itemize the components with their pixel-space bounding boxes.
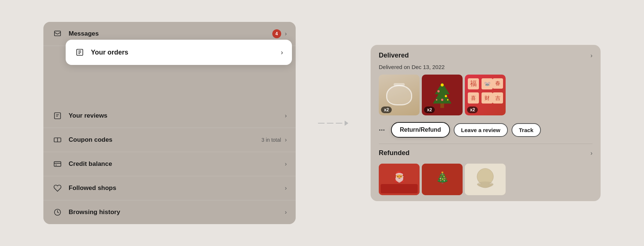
svg-point-33 bbox=[477, 181, 493, 187]
arrow-head bbox=[345, 121, 348, 126]
svg-text:财: 财 bbox=[484, 95, 490, 101]
sidebar-item-reviews[interactable]: Your reviews › bbox=[43, 104, 296, 128]
svg-text:🐭: 🐭 bbox=[484, 81, 491, 87]
main-container: Messages 4 › Your reviews › bbox=[0, 14, 644, 232]
reviews-chevron: › bbox=[285, 112, 287, 119]
credit-icon bbox=[52, 159, 63, 169]
coupons-label: Coupon codes bbox=[69, 136, 262, 144]
svg-rect-0 bbox=[55, 31, 61, 36]
delivered-chevron: › bbox=[591, 52, 592, 59]
sidebar-item-coupons[interactable]: Coupon codes 3 in total › bbox=[43, 128, 296, 152]
credit-chevron: › bbox=[285, 161, 287, 167]
delivered-title: Delivered bbox=[379, 52, 409, 59]
refunded-images: 🎅 🎄 bbox=[371, 160, 601, 201]
svg-text:春: 春 bbox=[495, 80, 500, 86]
svg-point-12 bbox=[436, 99, 437, 101]
orders-chevron: › bbox=[281, 49, 283, 56]
delivery-date: Delivered on Dec 13, 2022 bbox=[371, 64, 601, 75]
arrow-dash-2 bbox=[327, 123, 334, 124]
messages-badge: 4 bbox=[272, 29, 281, 38]
products-row: x2 x2 bbox=[371, 75, 601, 121]
history-label: Browsing history bbox=[69, 209, 285, 216]
arrow-dash-3 bbox=[336, 123, 342, 124]
product-qty-2: x2 bbox=[424, 106, 435, 113]
leave-review-button[interactable]: Leave a review bbox=[454, 123, 508, 137]
svg-point-13 bbox=[441, 83, 444, 86]
sidebar-item-history[interactable]: Browsing history › bbox=[43, 200, 296, 224]
right-panel: Delivered › Delivered on Dec 13, 2022 x2 bbox=[371, 45, 601, 201]
flow-arrow bbox=[318, 121, 348, 126]
refunded-img-3 bbox=[465, 164, 506, 195]
messages-icon bbox=[52, 29, 63, 39]
svg-rect-28 bbox=[381, 184, 418, 193]
more-options-button[interactable]: ··· bbox=[379, 126, 385, 134]
svg-point-8 bbox=[437, 90, 440, 92]
orders-label: Your orders bbox=[91, 49, 281, 56]
svg-point-10 bbox=[441, 99, 443, 101]
svg-rect-1 bbox=[55, 113, 61, 119]
shops-chevron: › bbox=[285, 185, 287, 191]
return-refund-button[interactable]: Return/Refund bbox=[391, 122, 450, 138]
reviews-icon bbox=[52, 111, 63, 121]
refunded-thumb-3 bbox=[465, 164, 506, 195]
product-qty-3: x2 bbox=[467, 106, 478, 113]
orders-card[interactable]: Your orders › bbox=[66, 40, 292, 65]
orders-icon bbox=[75, 47, 85, 58]
history-chevron: › bbox=[285, 209, 287, 216]
svg-text:🎅: 🎅 bbox=[393, 171, 406, 183]
svg-rect-7 bbox=[440, 104, 444, 108]
coupons-chevron: › bbox=[285, 137, 287, 143]
sidebar-item-shops[interactable]: Followed shops › bbox=[43, 176, 296, 200]
arrow-dash-1 bbox=[318, 123, 325, 124]
credit-label: Credit balance bbox=[69, 160, 285, 168]
coupons-subtext: 3 in total bbox=[262, 137, 281, 143]
refunded-chevron: › bbox=[591, 150, 592, 157]
product-thumb-3: 福 🐭 春 喜 财 吉 x2 bbox=[465, 75, 506, 115]
refunded-header[interactable]: Refunded › bbox=[371, 144, 601, 160]
shops-label: Followed shops bbox=[69, 184, 285, 192]
svg-text:吉: 吉 bbox=[495, 95, 500, 101]
messages-label: Messages bbox=[69, 30, 272, 37]
product-thumb-2: x2 bbox=[422, 75, 463, 115]
sidebar-item-credit[interactable]: Credit balance › bbox=[43, 152, 296, 176]
messages-chevron: › bbox=[285, 30, 287, 37]
glass-bowl-image bbox=[386, 85, 412, 105]
svg-text:🎄: 🎄 bbox=[436, 171, 450, 184]
reviews-label: Your reviews bbox=[69, 112, 285, 119]
shops-icon bbox=[52, 183, 63, 193]
product-qty-1: x2 bbox=[381, 106, 392, 113]
svg-point-11 bbox=[447, 99, 448, 101]
menu-items-below: Your reviews › Coupon codes 3 in total ›… bbox=[43, 104, 296, 224]
coupons-icon bbox=[52, 135, 63, 145]
delivered-header[interactable]: Delivered › bbox=[371, 45, 601, 64]
left-panel: Messages 4 › Your reviews › bbox=[43, 22, 296, 224]
refunded-img-1: 🎅 bbox=[379, 164, 420, 195]
history-icon bbox=[52, 207, 63, 217]
xmas-tree-svg bbox=[429, 79, 455, 111]
refunded-title: Refunded bbox=[379, 149, 410, 157]
refunded-thumb-1: 🎅 bbox=[379, 164, 420, 195]
actions-row: ··· Return/Refund Leave a review Track bbox=[371, 121, 601, 144]
refunded-thumb-2: 🎄 bbox=[422, 164, 463, 195]
refunded-img-2: 🎄 bbox=[422, 164, 463, 195]
svg-text:福: 福 bbox=[470, 80, 477, 87]
track-button[interactable]: Track bbox=[512, 123, 541, 137]
product-thumb-1: x2 bbox=[379, 75, 420, 115]
svg-text:喜: 喜 bbox=[471, 95, 476, 101]
svg-rect-3 bbox=[54, 162, 61, 167]
svg-point-9 bbox=[445, 95, 447, 97]
